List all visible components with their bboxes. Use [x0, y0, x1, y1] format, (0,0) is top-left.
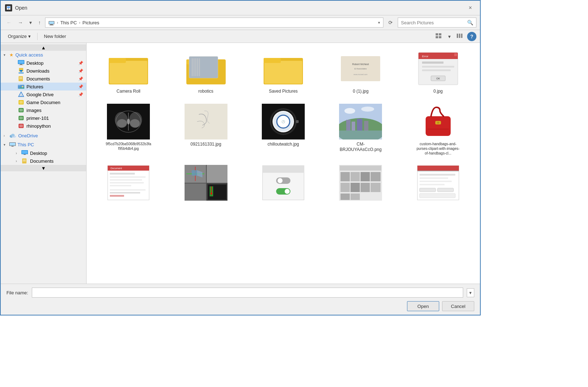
- file-item-browser-screenshot[interactable]: [401, 162, 475, 206]
- svg-rect-51: [23, 160, 26, 160]
- onedrive-icon: [9, 133, 16, 139]
- view-button-2[interactable]: [454, 31, 466, 41]
- svg-rect-163: [420, 181, 452, 182]
- svg-rect-81: [422, 66, 454, 68]
- back-button[interactable]: ←: [4, 18, 14, 27]
- svg-rect-153: [351, 183, 360, 192]
- svg-rect-108: [357, 119, 362, 131]
- sidebar-scroll-down[interactable]: ▼: [1, 165, 86, 171]
- svg-point-43: [11, 134, 15, 137]
- sidebar-label-primer-101: primer-101: [26, 116, 83, 121]
- onedrive-header[interactable]: › OneDrive: [1, 131, 86, 140]
- file-item-xray-jpg[interactable]: 9f5cd7b20ba5068b9532b3faf95b4db4.jpg: [92, 101, 165, 158]
- search-box[interactable]: 🔍: [398, 18, 476, 28]
- svg-rect-45: [10, 143, 15, 146]
- svg-rect-101: [296, 120, 299, 123]
- sidebar-item-game-documents[interactable]: Game Documen: [1, 98, 86, 106]
- new-folder-button[interactable]: New folder: [40, 32, 70, 40]
- file-name-watch-jpg: chilloutwatch.jpg: [268, 142, 299, 147]
- svg-rect-10: [436, 36, 438, 38]
- file-item-cityscape-png[interactable]: CM-BRJOUYAAsCcO.png: [324, 101, 397, 158]
- sidebar-item-documents[interactable]: Documents 📌: [1, 75, 86, 83]
- dropdown-arrow-button[interactable]: ▾: [27, 18, 34, 27]
- svg-text:Document: Document: [111, 167, 122, 170]
- sidebar-item-images[interactable]: images: [1, 106, 86, 114]
- file-item-0-1-jpg[interactable]: Robert McNeel & Associates www.mcneel.co…: [324, 48, 397, 97]
- svg-rect-159: [417, 166, 459, 171]
- file-item-3d-screenshot[interactable]: [169, 162, 242, 206]
- sidebar-item-pictures[interactable]: Pictures 📌: [1, 83, 86, 90]
- svg-rect-80: [422, 62, 444, 64]
- file-item-sketch-jpg[interactable]: 0921161331.jpg: [169, 101, 242, 158]
- file-item-robotics[interactable]: robotics: [169, 48, 242, 97]
- this-pc-icon: [9, 142, 16, 148]
- svg-text:OK: OK: [436, 77, 440, 80]
- sidebar-item-primer-101[interactable]: primer-101: [1, 114, 86, 122]
- sidebar-label-desktop: Desktop: [26, 60, 77, 66]
- svg-rect-130: [185, 183, 206, 201]
- sidebar-item-google-drive[interactable]: Google Drive 📌: [1, 90, 86, 98]
- this-pc-header[interactable]: ▾ This PC: [1, 140, 86, 149]
- sidebar-item-this-pc-documents[interactable]: › Documents: [1, 157, 86, 165]
- search-icon: 🔍: [467, 20, 473, 25]
- file-item-camera-roll[interactable]: Camera Roll: [92, 48, 165, 97]
- file-item-watch-jpg[interactable]: 🕐 chilloutwatch.jpg: [246, 101, 320, 158]
- svg-rect-129: [207, 165, 227, 183]
- svg-text:& Associates: & Associates: [354, 68, 367, 70]
- quick-access-star-icon: ★: [9, 52, 14, 58]
- svg-text:Robert McNeel: Robert McNeel: [352, 63, 369, 65]
- pin-icon: 📌: [78, 84, 83, 89]
- svg-point-103: [344, 108, 355, 114]
- search-input[interactable]: [401, 20, 467, 25]
- svg-rect-122: [110, 182, 144, 183]
- svg-rect-157: [351, 194, 360, 200]
- view-dropdown-button[interactable]: ▾: [446, 32, 453, 41]
- help-button[interactable]: ?: [467, 32, 476, 41]
- address-field[interactable]: › This PC › Pictures ▾: [45, 18, 383, 28]
- quick-access-label: Quick access: [15, 52, 43, 58]
- sidebar-item-desktop[interactable]: Desktop 📌: [1, 59, 86, 67]
- sidebar-item-rhinopython[interactable]: rhinopython: [1, 122, 86, 130]
- view-button-1[interactable]: [433, 31, 445, 41]
- app-icon: [5, 4, 12, 11]
- filename-row: File name: ▾: [6, 288, 474, 298]
- organize-button[interactable]: Organize ▾: [4, 32, 34, 40]
- pin-icon: 📌: [78, 92, 83, 97]
- svg-rect-115: [427, 129, 449, 129]
- svg-rect-125: [110, 192, 140, 194]
- file-name-sketch-jpg: 0921161331.jpg: [191, 142, 221, 147]
- cancel-button[interactable]: Cancel: [442, 301, 474, 311]
- pin-icon: 📌: [78, 69, 83, 73]
- sidebar-scroll-up[interactable]: ▲: [1, 44, 86, 51]
- file-name-camera-roll: Camera Roll: [117, 89, 141, 94]
- svg-rect-165: [420, 188, 436, 192]
- file-item-gallery-screenshot[interactable]: [324, 162, 397, 206]
- open-button[interactable]: Open: [407, 301, 439, 311]
- file-item-ui-screenshot[interactable]: [246, 162, 320, 206]
- svg-text:Error: Error: [422, 55, 428, 58]
- buttons-row: Open Cancel: [6, 301, 474, 311]
- svg-rect-164: [420, 184, 445, 185]
- sidebar-item-downloads[interactable]: Downloads 📌: [1, 67, 86, 75]
- toolbar-right: ▾ ?: [433, 31, 476, 41]
- filename-input[interactable]: [32, 288, 463, 298]
- filename-dropdown-button[interactable]: ▾: [467, 288, 474, 297]
- file-area[interactable]: Camera Roll: [87, 43, 480, 284]
- dialog-title: Open: [15, 5, 27, 11]
- thumb-ui-screenshot: [262, 165, 305, 201]
- quick-access-header[interactable]: ▾ ★ Quick access: [1, 51, 86, 59]
- svg-rect-56: [109, 61, 147, 84]
- file-item-saved-pictures[interactable]: Saved Pictures: [246, 48, 320, 97]
- forward-button[interactable]: →: [16, 18, 25, 27]
- refresh-button[interactable]: ⟳: [386, 18, 396, 27]
- sidebar-label-pictures: Pictures: [26, 84, 77, 89]
- svg-rect-141: [263, 166, 304, 173]
- svg-rect-5: [49, 21, 54, 24]
- file-item-doc-screenshot[interactable]: Document: [92, 162, 165, 206]
- sidebar-item-this-pc-desktop[interactable]: › Desktop: [1, 149, 86, 157]
- close-button[interactable]: ×: [465, 4, 476, 12]
- file-item-handbag-jpg[interactable]: custom-handbags-and-purses-clipart-with-…: [401, 101, 475, 158]
- this-pc-icon: [48, 20, 55, 25]
- up-button[interactable]: ↑: [36, 18, 43, 27]
- file-item-0-jpg[interactable]: Error OK 0.jpg: [401, 48, 475, 97]
